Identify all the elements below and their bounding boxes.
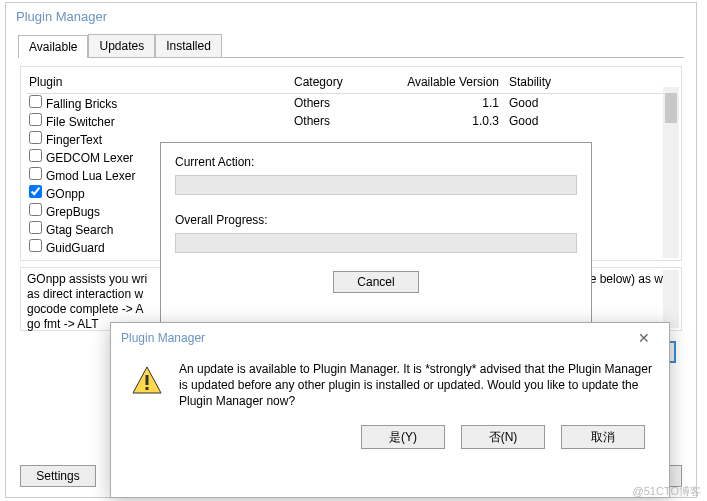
plugin-name: GrepBugs <box>46 205 100 219</box>
plugin-checkbox[interactable] <box>29 149 42 162</box>
plugin-checkbox[interactable] <box>29 239 42 252</box>
plugin-name: GEDCOM Lexer <box>46 151 133 165</box>
plugin-checkbox[interactable] <box>29 113 42 126</box>
plugin-checkbox[interactable] <box>29 167 42 180</box>
dialog-body: An update is available to Plugin Manager… <box>111 353 669 415</box>
tab-available[interactable]: Available <box>18 35 88 58</box>
close-icon[interactable]: ✕ <box>629 330 659 346</box>
watermark: @51CTO博客 <box>633 484 701 499</box>
table-row[interactable]: Falling BricksOthers1.1Good <box>27 94 675 112</box>
window-title: Plugin Manager <box>6 3 696 30</box>
col-stability[interactable]: Stability <box>509 75 579 89</box>
scroll-thumb[interactable] <box>665 93 677 123</box>
settings-button[interactable]: Settings <box>20 465 96 487</box>
dialog-titlebar: Plugin Manager ✕ <box>111 323 669 353</box>
list-header: Plugin Category Available Version Stabil… <box>27 73 675 94</box>
dialog-title: Plugin Manager <box>121 331 205 345</box>
cancel-button[interactable]: Cancel <box>333 271 419 293</box>
plugin-checkbox[interactable] <box>29 95 42 108</box>
plugin-version: 1.1 <box>394 96 509 110</box>
update-dialog: Plugin Manager ✕ An update is available … <box>110 322 670 498</box>
current-action-label: Current Action: <box>175 155 577 169</box>
plugin-name: Gmod Lua Lexer <box>46 169 135 183</box>
plugin-version: 1.0.3 <box>394 114 509 128</box>
list-scrollbar[interactable] <box>663 87 679 258</box>
plugin-name: GuidGuard <box>46 241 105 254</box>
plugin-name: FingerText <box>46 133 102 147</box>
plugin-category: Others <box>294 114 394 128</box>
table-row[interactable]: File SwitcherOthers1.0.3Good <box>27 112 675 130</box>
plugin-stability: Good <box>509 114 579 128</box>
svg-rect-1 <box>146 375 149 385</box>
overall-progress-bar <box>175 233 577 253</box>
col-version[interactable]: Available Version <box>394 75 509 89</box>
no-button[interactable]: 否(N) <box>461 425 545 449</box>
plugin-name: GOnpp <box>46 187 85 201</box>
tab-installed[interactable]: Installed <box>155 34 222 57</box>
plugin-name: File Switcher <box>46 115 115 129</box>
warning-icon <box>131 365 163 397</box>
plugin-stability: Good <box>509 96 579 110</box>
cancel-dialog-button[interactable]: 取消 <box>561 425 645 449</box>
plugin-checkbox[interactable] <box>29 185 42 198</box>
plugin-checkbox[interactable] <box>29 203 42 216</box>
plugin-category: Others <box>294 96 394 110</box>
dialog-buttons: 是(Y) 否(N) 取消 <box>111 415 669 461</box>
progress-dialog: Current Action: Overall Progress: Cancel <box>160 142 592 342</box>
yes-button[interactable]: 是(Y) <box>361 425 445 449</box>
col-plugin[interactable]: Plugin <box>29 75 294 89</box>
tab-bar: Available Updates Installed <box>18 34 684 58</box>
plugin-name: Falling Bricks <box>46 97 117 111</box>
plugin-name: Gtag Search <box>46 223 113 237</box>
desc-scrollbar[interactable] <box>663 270 679 328</box>
plugin-checkbox[interactable] <box>29 131 42 144</box>
plugin-checkbox[interactable] <box>29 221 42 234</box>
dialog-text: An update is available to Plugin Manager… <box>179 361 653 409</box>
col-category[interactable]: Category <box>294 75 394 89</box>
tab-updates[interactable]: Updates <box>88 34 155 57</box>
overall-progress-label: Overall Progress: <box>175 213 577 227</box>
svg-rect-2 <box>146 387 149 390</box>
current-action-bar <box>175 175 577 195</box>
